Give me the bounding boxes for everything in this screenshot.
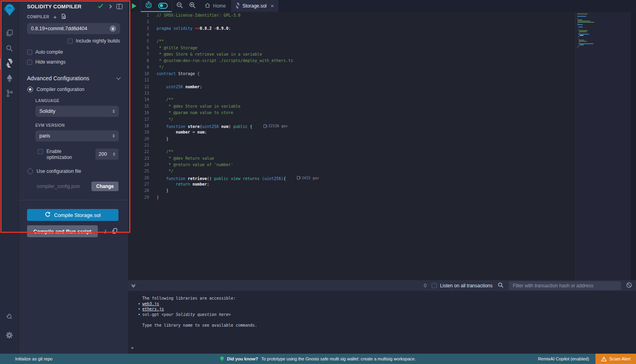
editor-scrollbar[interactable] bbox=[631, 12, 636, 280]
code-line[interactable]: 12 uint256 number; bbox=[128, 84, 575, 90]
enable-optimization-checkbox[interactable] bbox=[38, 149, 43, 154]
hide-warnings-checkbox[interactable] bbox=[27, 60, 32, 65]
code-line[interactable]: 7 * @dev Store & retrieve value in a var… bbox=[128, 51, 575, 58]
select-arrows-icon bbox=[112, 110, 115, 113]
code-line[interactable]: 9 */ bbox=[128, 64, 575, 71]
code-line[interactable]: 20 } bbox=[128, 136, 575, 142]
git-init-status[interactable]: Initialize as git repo bbox=[15, 356, 52, 361]
compile-and-run-button[interactable]: Compile and Run script bbox=[27, 225, 98, 237]
line-number: 27 bbox=[128, 181, 157, 188]
code-line[interactable]: 16 * @param num value to store bbox=[128, 110, 575, 116]
terminal[interactable]: The following libraries are accessible: … bbox=[128, 291, 636, 354]
code-line[interactable]: 3pragma solidity >=0.8.2 <0.9.0; bbox=[128, 25, 575, 32]
line-number: 10 bbox=[128, 71, 157, 77]
enable-optimization-label: Enable optimization bbox=[47, 149, 81, 161]
listen-all-transactions-checkbox[interactable] bbox=[432, 283, 437, 288]
zoom-in-icon[interactable] bbox=[189, 2, 196, 10]
status-bar: Initialize as git repo Did you know? To … bbox=[0, 354, 636, 364]
gas-pump-icon bbox=[264, 124, 266, 128]
code-line[interactable]: 26 function retrieve() public view retur… bbox=[128, 175, 575, 181]
terminal-prompt[interactable]: > bbox=[131, 345, 134, 351]
line-number: 9 bbox=[128, 64, 157, 71]
evm-version-label: EVM VERSION bbox=[35, 123, 128, 128]
zoom-out-icon[interactable] bbox=[176, 2, 183, 10]
compiler-version-select[interactable]: 0.8.19+commit.7dd6d404 bbox=[27, 23, 120, 34]
code-line[interactable]: 27 return number; bbox=[128, 181, 575, 188]
change-config-button[interactable]: Change bbox=[91, 182, 118, 191]
scam-alert-button[interactable]: Scam Alert bbox=[595, 354, 636, 364]
ethersjs-link[interactable]: ethers.js bbox=[142, 307, 164, 311]
config-filename: compiler_config.json bbox=[37, 184, 80, 189]
solidity-compiler-icon bbox=[6, 59, 13, 69]
code-editor[interactable]: 1// SPDX-License-Identifier: GPL-3.023pr… bbox=[128, 12, 636, 280]
tab-home[interactable]: Home bbox=[200, 0, 231, 12]
open-file-icon[interactable] bbox=[61, 14, 66, 20]
copilot-status[interactable]: RemixAI Copilot (enabled) bbox=[538, 356, 589, 361]
transaction-filter-input[interactable] bbox=[509, 281, 621, 290]
ai-robot-icon[interactable] bbox=[145, 1, 153, 10]
code-line[interactable]: 1// SPDX-License-Identifier: GPL-3.0 bbox=[128, 12, 575, 19]
run-script-play-icon[interactable] bbox=[132, 3, 136, 9]
code-line[interactable]: 11 bbox=[128, 77, 575, 83]
copy-icon[interactable] bbox=[112, 228, 117, 235]
code-line[interactable]: 15 * @dev Store value in variable bbox=[128, 103, 575, 110]
compile-button[interactable]: Compile Storage.sol bbox=[27, 209, 118, 221]
sidebar-item-solidity-compiler[interactable] bbox=[0, 56, 19, 72]
collapse-terminal-icon[interactable] bbox=[132, 285, 135, 287]
tab-storage-label: Storage.sol bbox=[242, 3, 267, 9]
include-nightly-checkbox[interactable] bbox=[68, 39, 73, 44]
code-line[interactable]: 29} bbox=[128, 194, 575, 201]
info-icon[interactable]: i bbox=[104, 228, 106, 234]
auto-compile-checkbox[interactable] bbox=[27, 50, 32, 55]
tab-storage-sol[interactable]: Storage.sol × bbox=[231, 0, 279, 12]
code-line[interactable]: 24 * @return value of 'number' bbox=[128, 162, 575, 168]
did-you-know-text: To prototype using the Gnosis safe multi… bbox=[261, 356, 416, 361]
panel-forward-icon[interactable] bbox=[108, 5, 112, 9]
code-line[interactable]: 13 bbox=[128, 90, 575, 97]
use-configuration-file-radio[interactable] bbox=[27, 168, 33, 174]
include-nightly-label: Include nightly builds bbox=[76, 38, 120, 44]
pin-panel-icon[interactable] bbox=[116, 4, 122, 9]
code-line[interactable]: 28 } bbox=[128, 188, 575, 194]
stepper-arrows-icon[interactable] bbox=[113, 153, 115, 156]
optimization-runs-input[interactable]: 200 bbox=[95, 149, 118, 160]
line-number: 20 bbox=[128, 136, 157, 142]
compiler-configuration-radio[interactable] bbox=[27, 87, 33, 92]
code-line[interactable]: 5/** bbox=[128, 38, 575, 45]
remix-logo-icon[interactable] bbox=[3, 3, 16, 18]
code-line[interactable]: 14 /** bbox=[128, 97, 575, 103]
code-line[interactable]: 23 * @dev Return value bbox=[128, 155, 575, 162]
code-line[interactable]: 2 bbox=[128, 19, 575, 25]
copilot-toggle[interactable] bbox=[158, 3, 168, 9]
sidebar-item-plugin-manager[interactable] bbox=[0, 310, 19, 325]
code-line[interactable]: 19 number = num; bbox=[128, 129, 575, 136]
minimap[interactable] bbox=[575, 12, 631, 280]
code-line[interactable]: 22 /** bbox=[128, 149, 575, 155]
sidebar-item-search[interactable] bbox=[0, 41, 19, 56]
add-compiler-icon[interactable]: + bbox=[53, 15, 57, 19]
line-number: 22 bbox=[128, 149, 157, 155]
language-select[interactable]: Solidity bbox=[35, 106, 119, 117]
code-line[interactable]: 4 bbox=[128, 32, 575, 38]
code-line[interactable]: 18 function store(uint256 num) public {2… bbox=[128, 123, 575, 129]
web3js-link[interactable]: web3.js bbox=[142, 302, 159, 306]
code-line[interactable]: 10contract Storage { bbox=[128, 71, 575, 77]
code-line[interactable]: 8 * @custom:dev-run-script ./scripts/dep… bbox=[128, 58, 575, 64]
clear-console-icon[interactable] bbox=[626, 282, 632, 289]
sidebar-item-settings[interactable] bbox=[0, 328, 19, 343]
sidebar-item-file-explorer[interactable] bbox=[0, 26, 19, 41]
optimization-runs-value: 200 bbox=[99, 151, 113, 157]
code-line[interactable]: 21 bbox=[128, 142, 575, 149]
close-tab-icon[interactable]: × bbox=[271, 3, 274, 9]
sidebar-item-git[interactable] bbox=[0, 87, 19, 102]
evm-version-select[interactable]: paris bbox=[35, 130, 119, 141]
advanced-configurations-toggle[interactable]: Advanced Configurations bbox=[27, 75, 120, 81]
sidebar-item-deploy-run[interactable] bbox=[0, 72, 19, 87]
code-line[interactable]: 6 * @title Storage bbox=[128, 45, 575, 51]
code-line[interactable]: 25 */ bbox=[128, 168, 575, 174]
use-configuration-file-label: Use configuration file bbox=[37, 168, 81, 174]
line-number: 19 bbox=[128, 129, 157, 136]
code-line[interactable]: 17 */ bbox=[128, 116, 575, 123]
line-number: 7 bbox=[128, 51, 157, 58]
terminal-line: Type the library name to see available c… bbox=[128, 323, 636, 328]
